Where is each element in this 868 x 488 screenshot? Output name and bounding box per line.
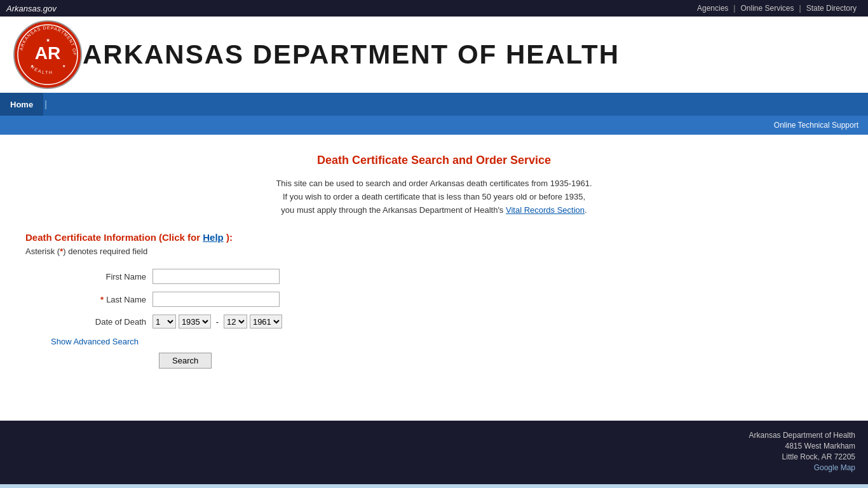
- to-month-select[interactable]: 123456789101112: [224, 315, 247, 329]
- first-name-row: First Name: [51, 269, 843, 284]
- from-month-select[interactable]: 123456789101112: [153, 315, 176, 329]
- google-map-link[interactable]: Google Map: [814, 463, 855, 472]
- date-of-death-inputs: 123456789101112 193519361937193819391940…: [153, 315, 282, 329]
- vital-records-link[interactable]: Vital Records Section: [506, 205, 585, 215]
- date-of-death-row: Date of Death 123456789101112 1935193619…: [51, 315, 843, 329]
- intro-line3: you must apply through the Arkansas Depa…: [281, 205, 503, 215]
- svg-text:★: ★: [62, 64, 65, 68]
- page-title: Death Certificate Search and Order Servi…: [25, 154, 843, 167]
- footer: Arkansas Department of Health 4815 West …: [0, 421, 868, 484]
- help-link[interactable]: Help: [203, 232, 224, 243]
- advanced-search-section: Show Advanced Search: [51, 336, 843, 346]
- ar-seal-logo: AR ARKANSAS DEPARTMENT OF HEALTH ★ ★ ★: [13, 20, 83, 90]
- required-note: Asterisk (*) denotes required field: [25, 247, 843, 256]
- first-name-label: First Name: [51, 272, 153, 281]
- first-name-input-wrapper: [153, 269, 280, 284]
- search-button-row: Search: [159, 353, 843, 369]
- header: AR ARKANSAS DEPARTMENT OF HEALTH ★ ★ ★ A…: [0, 17, 868, 93]
- main-content: Death Certificate Search and Order Servi…: [0, 135, 868, 421]
- svg-text:★: ★: [31, 64, 34, 68]
- required-star: *: [100, 295, 104, 304]
- top-bar: Arkansas.gov Agencies | Online Services …: [0, 0, 868, 17]
- to-year-select[interactable]: 1935193619371938193919401941194219431944…: [250, 315, 282, 329]
- from-year-select[interactable]: 1935193619371938193919401941194219431944…: [179, 315, 211, 329]
- nav-bar: Home |: [0, 93, 868, 116]
- show-advanced-search-link[interactable]: Show Advanced Search: [51, 337, 139, 346]
- first-name-input[interactable]: [153, 269, 280, 284]
- last-name-row: * Last Name: [51, 292, 843, 307]
- last-name-input-wrapper: [153, 292, 280, 307]
- sub-bar: Online Technical Support: [0, 116, 868, 135]
- search-button[interactable]: Search: [159, 353, 212, 369]
- form-section-title: Death Certificate Information (Click for…: [25, 232, 843, 243]
- svg-text:★: ★: [46, 37, 50, 43]
- footer-address2: Little Rock, AR 72205: [13, 452, 855, 461]
- department-title: ARKANSAS DEPARTMENT OF HEALTH: [83, 39, 620, 70]
- top-nav: Agencies | Online Services | State Direc…: [692, 4, 862, 13]
- intro-line1: This site can be used to search and orde…: [276, 179, 592, 188]
- svg-text:AR: AR: [35, 43, 60, 63]
- last-name-input[interactable]: [153, 292, 280, 307]
- arkansas-gov-logo: Arkansas.gov: [6, 4, 57, 13]
- search-form: First Name * Last Name Date of Death 12: [51, 269, 843, 369]
- footer-dept-name: Arkansas Department of Health: [13, 431, 855, 440]
- intro-text: This site can be used to search and orde…: [25, 177, 843, 217]
- last-name-label: * Last Name: [51, 295, 153, 304]
- agencies-link[interactable]: Agencies: [692, 4, 733, 13]
- state-directory-link[interactable]: State Directory: [801, 4, 862, 13]
- date-range-separator: -: [216, 317, 219, 327]
- intro-line2: If you wish to order a death certificate…: [283, 192, 585, 201]
- online-technical-support-link[interactable]: Online Technical Support: [774, 121, 858, 130]
- date-of-death-label: Date of Death: [51, 317, 153, 327]
- online-services-link[interactable]: Online Services: [735, 4, 799, 13]
- home-nav-link[interactable]: Home: [0, 93, 43, 116]
- footer-address1: 4815 West Markham: [13, 442, 855, 451]
- nav-separator: |: [43, 93, 48, 116]
- intro-end: .: [585, 205, 587, 215]
